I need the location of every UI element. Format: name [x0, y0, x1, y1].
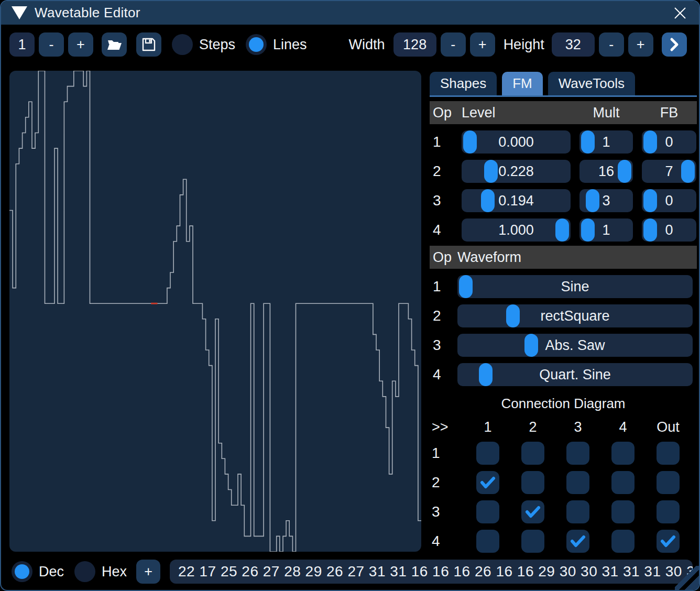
connection-checkbox[interactable]	[476, 500, 499, 523]
fm-header-mult: Mult	[579, 105, 633, 121]
dec-radio-label: Dec	[39, 564, 64, 580]
fm-op-row: 4 1.000 1 0	[430, 218, 697, 242]
app-triangle-icon	[12, 6, 27, 19]
dec-radio[interactable]	[12, 561, 32, 582]
slider-thumb[interactable]	[555, 218, 569, 242]
slider-thumb[interactable]	[463, 130, 477, 154]
slider-thumb[interactable]	[459, 275, 473, 298]
op4-waveform-slider[interactable]: Quart. Sine	[457, 363, 693, 386]
slider-thumb[interactable]	[524, 334, 538, 357]
slot-decrement-button[interactable]: -	[39, 32, 64, 57]
hex-radio[interactable]	[74, 561, 95, 582]
lines-radio[interactable]	[246, 34, 267, 55]
right-panel: Shapes FM WaveTools Op Level Mult FB 1 0…	[430, 72, 697, 553]
connection-checkbox[interactable]	[657, 500, 680, 523]
slider-thumb[interactable]	[506, 304, 520, 327]
fm-header-level: Level	[462, 105, 571, 121]
close-button[interactable]	[670, 3, 691, 24]
op4-waveform-name: Quart. Sine	[457, 363, 693, 386]
connection-checkbox[interactable]	[476, 471, 499, 494]
op3-level-slider[interactable]: 0.194	[462, 189, 571, 212]
connection-checkbox[interactable]	[657, 530, 680, 553]
slider-thumb[interactable]	[481, 189, 495, 212]
width-label: Width	[349, 37, 385, 53]
op3-level-value: 0.194	[462, 189, 571, 212]
connection-checkbox[interactable]	[611, 500, 635, 523]
width-value-field[interactable]: 128	[393, 32, 436, 57]
op1-waveform-name: Sine	[457, 275, 693, 298]
slider-thumb[interactable]	[681, 160, 695, 183]
op1-mult-slider[interactable]: 1	[579, 130, 633, 154]
slider-thumb[interactable]	[643, 218, 657, 242]
slider-thumb[interactable]	[643, 189, 657, 212]
connection-checkbox[interactable]	[657, 471, 680, 494]
connection-checkbox[interactable]	[611, 530, 635, 553]
connection-checkbox[interactable]	[566, 442, 589, 465]
lines-radio-dot	[249, 37, 264, 52]
op3-mult-slider[interactable]: 3	[579, 189, 633, 212]
connection-grid: 1234	[430, 442, 697, 553]
connection-checkbox[interactable]	[566, 500, 589, 523]
connection-checkbox[interactable]	[521, 442, 544, 465]
connection-checkbox[interactable]	[521, 471, 544, 494]
op1-fb-slider[interactable]: 0	[642, 130, 696, 154]
open-file-button[interactable]	[102, 32, 127, 57]
resize-grip[interactable]	[675, 566, 699, 590]
connection-checkbox[interactable]	[657, 442, 680, 465]
connection-row: 4	[430, 530, 697, 553]
slider-thumb[interactable]	[581, 218, 595, 242]
fm-table-header: Op Level Mult FB	[430, 101, 697, 124]
steps-radio-label: Steps	[199, 37, 235, 53]
op1-waveform-slider[interactable]: Sine	[457, 275, 693, 298]
connection-checkbox[interactable]	[476, 442, 499, 465]
fm-op-row: 3 0.194 3 0	[430, 189, 697, 212]
toolbar: 1 - + Steps Lines Width 128 - + Height 3…	[9, 32, 687, 57]
connection-checkbox[interactable]	[566, 471, 589, 494]
slot-number-field[interactable]: 1	[9, 32, 35, 57]
waveform-row: 2 rectSquare	[430, 304, 697, 327]
op3-waveform-slider[interactable]: Abs. Saw	[457, 334, 693, 357]
slot-increment-button[interactable]: +	[68, 32, 93, 57]
add-value-button[interactable]: +	[136, 560, 160, 584]
op2-waveform-slider[interactable]: rectSquare	[457, 304, 693, 327]
wf-header-waveform: Waveform	[457, 249, 693, 266]
fm-header-op: Op	[430, 105, 453, 121]
width-decrement-button[interactable]: -	[441, 32, 466, 57]
tab-underline	[430, 95, 697, 97]
op1-level-slider[interactable]: 0.000	[462, 130, 571, 154]
tab-fm[interactable]: FM	[502, 72, 543, 95]
tab-shapes[interactable]: Shapes	[430, 72, 497, 95]
connection-checkbox[interactable]	[521, 530, 544, 553]
op4-mult-slider[interactable]: 1	[579, 218, 633, 242]
op3-fb-slider[interactable]: 0	[642, 189, 696, 212]
op2-level-slider[interactable]: 0.228	[462, 160, 571, 183]
height-decrement-button[interactable]: -	[599, 32, 624, 57]
steps-radio[interactable]	[172, 34, 193, 55]
slider-thumb[interactable]	[643, 130, 657, 154]
connection-checkbox[interactable]	[476, 530, 499, 553]
save-button[interactable]	[136, 32, 161, 57]
steps-radio-dot	[175, 37, 190, 52]
window-title: Wavetable Editor	[35, 5, 140, 21]
waveform-display[interactable]	[9, 71, 421, 552]
slider-thumb[interactable]	[581, 130, 595, 154]
op2-mult-slider[interactable]: 16	[579, 160, 633, 183]
slider-thumb[interactable]	[479, 363, 493, 386]
connection-checkbox[interactable]	[611, 442, 635, 465]
tab-wavetools[interactable]: WaveTools	[548, 72, 635, 95]
op4-fb-slider[interactable]: 0	[642, 218, 696, 242]
height-value-field[interactable]: 32	[552, 32, 595, 57]
connection-checkbox[interactable]	[521, 500, 544, 523]
op4-level-slider[interactable]: 1.000	[462, 218, 571, 242]
connection-checkbox[interactable]	[566, 530, 589, 553]
slider-thumb[interactable]	[484, 160, 498, 183]
connection-row-header: >>	[430, 419, 465, 435]
op2-fb-slider[interactable]: 7	[642, 160, 696, 183]
slider-thumb[interactable]	[586, 189, 599, 212]
slider-thumb[interactable]	[618, 160, 631, 183]
sample-values-field[interactable]: 22 17 25 26 27 28 29 26 27 31 31 16 16 1…	[170, 560, 693, 584]
height-increment-button[interactable]: +	[628, 32, 653, 57]
width-increment-button[interactable]: +	[470, 32, 495, 57]
expand-panel-button[interactable]	[662, 32, 687, 57]
connection-checkbox[interactable]	[611, 471, 635, 494]
